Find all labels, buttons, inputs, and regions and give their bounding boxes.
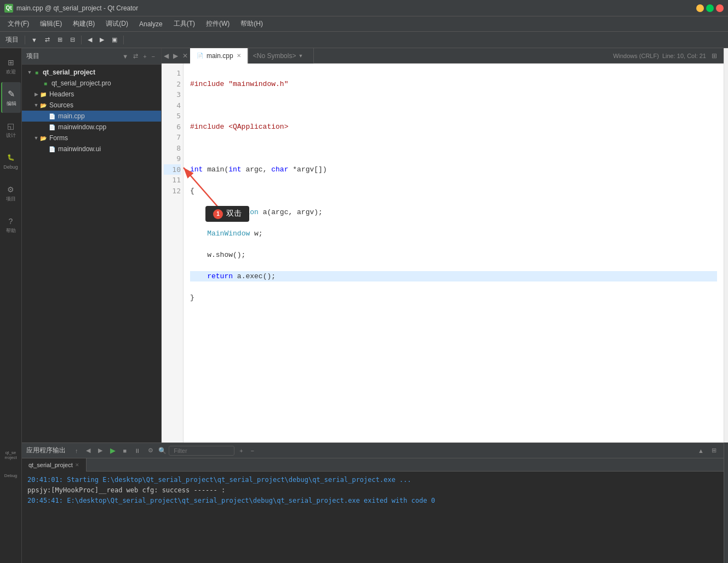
- tree-arrow-sources: ▼: [33, 102, 39, 108]
- debug-mode-label: Debug: [4, 473, 18, 478]
- bottom-right-scrollbar[interactable]: [724, 443, 728, 563]
- window-controls: [696, 4, 724, 12]
- code-line-9: w.show();: [190, 251, 245, 259]
- tab-close-btn[interactable]: ✕: [237, 48, 241, 64]
- toolbar-filter-btn[interactable]: ▼: [28, 36, 41, 44]
- line-num-8: 8: [164, 143, 181, 154]
- sidebar-item-project[interactable]: ⚙ 项目: [1, 177, 21, 208]
- bottom-settings-btn[interactable]: ⚙: [145, 446, 156, 455]
- sidebar-item-design[interactable]: ◱ 设计: [1, 114, 21, 145]
- panel-add-btn[interactable]: +: [141, 52, 148, 60]
- headers-folder-icon: 📁: [39, 90, 47, 98]
- panel-actions: ▼ ⇄ + −: [121, 52, 157, 60]
- right-scrollbar[interactable]: [724, 48, 728, 443]
- tree-item-mainwindow-ui[interactable]: ▶ 📄 mainwindow.ui: [22, 143, 161, 154]
- toolbar-collapse-btn[interactable]: ⊟: [67, 35, 78, 44]
- menu-tools[interactable]: 工具(T): [168, 17, 200, 31]
- tab-nav-back[interactable]: ◀: [162, 48, 171, 64]
- no-symbols-label: <No Symbols>: [253, 52, 296, 60]
- app-title: main.cpp @ qt_serial_project - Qt Creato…: [16, 4, 138, 12]
- close-button[interactable]: [716, 4, 724, 12]
- sidebar-item-debug[interactable]: 🐛 Debug: [1, 146, 21, 176]
- editor-tabs: ◀ ▶ ✕ 📄 main.cpp ✕ <No Symbols> ▼ Window…: [162, 48, 724, 64]
- panel-minus-btn[interactable]: −: [150, 52, 157, 60]
- tree-item-main-cpp[interactable]: ▶ 📄 main.cpp: [22, 111, 161, 122]
- toolbar-sep-3: [123, 36, 124, 44]
- tree-label-headers: Headers: [49, 90, 74, 98]
- tree-arrow-root: ▼: [26, 69, 33, 76]
- bottom-upload-btn[interactable]: ↑: [72, 446, 81, 455]
- output-line-1: 20:41:01: Starting E:\desktop\Qt_serial_…: [27, 475, 718, 485]
- menu-analyze[interactable]: Analyze: [134, 18, 168, 30]
- maximize-button[interactable]: [706, 4, 714, 12]
- bottom-nav-fwd[interactable]: ▶: [95, 446, 105, 455]
- code-line-7: QApplication a(argc, argv);: [190, 208, 323, 216]
- titlebar: Qt main.cpp @ qt_serial_project - Qt Cre…: [0, 0, 728, 16]
- bottom-tab-project[interactable]: qt_serial_project ✕: [22, 458, 87, 472]
- bottom-add-btn[interactable]: +: [237, 446, 245, 455]
- code-line-8: MainWindow w;: [190, 229, 263, 238]
- no-symbols-dropdown[interactable]: <No Symbols> ▼: [248, 48, 314, 64]
- sidebar-item-edit[interactable]: ✎ 编辑: [1, 82, 21, 113]
- debug-mode-display: Debug: [2, 467, 20, 484]
- code-area: ◀ ▶ ✕ 📄 main.cpp ✕ <No Symbols> ▼ Window…: [162, 48, 724, 443]
- file-panel-header: 项目 ▼ ⇄ + −: [22, 48, 161, 65]
- app-icon: Qt: [4, 4, 13, 13]
- filter-input[interactable]: [169, 446, 234, 456]
- mainwindow-cpp-icon: 📄: [48, 123, 56, 131]
- menu-debug[interactable]: 调试(D): [100, 17, 134, 31]
- toolbar-nav-snap[interactable]: ▣: [108, 35, 121, 44]
- forms-folder-icon: 📂: [39, 134, 47, 142]
- main-cpp-icon: 📄: [48, 112, 56, 120]
- toolbar-add-btn[interactable]: ⊞: [54, 35, 66, 44]
- bottom-minus-btn[interactable]: −: [248, 446, 257, 455]
- bottom-stop-btn[interactable]: ■: [121, 446, 130, 455]
- tab-nav-fwd[interactable]: ▶: [171, 48, 180, 64]
- tree-item-headers[interactable]: ▶ 📁 Headers: [22, 89, 161, 100]
- edit-icon: ✎: [6, 89, 17, 100]
- filter-icon: 🔍: [158, 447, 167, 455]
- tab-nav-close[interactable]: ✕: [180, 48, 190, 64]
- menu-help[interactable]: 帮助(H): [235, 17, 268, 31]
- bottom-tab-close[interactable]: ✕: [75, 462, 79, 468]
- debug-project-display: qt_serroject: [2, 447, 20, 464]
- menu-build[interactable]: 构建(B): [67, 17, 100, 31]
- tree-label-pro: qt_serial_project.pro: [51, 79, 111, 87]
- bottom-pause-btn[interactable]: ⏸: [131, 446, 143, 455]
- toolbar-sync-btn[interactable]: ⇄: [42, 35, 53, 44]
- menu-controls[interactable]: 控件(W): [200, 17, 235, 31]
- pro-file-icon: ■: [42, 79, 49, 87]
- bottom-left-debug-sidebar: qt_serroject Debug: [0, 443, 22, 563]
- toolbar-nav-fwd[interactable]: ▶: [96, 35, 107, 44]
- tree-item-mainwindow-cpp[interactable]: ▶ 📄 mainwindow.cpp: [22, 122, 161, 133]
- menu-file[interactable]: 文件(F): [2, 17, 35, 31]
- line-num-9: 9: [164, 153, 181, 164]
- menu-edit[interactable]: 编辑(E): [35, 17, 67, 31]
- sidebar-item-welcome[interactable]: ⊞ 欢迎: [1, 50, 21, 81]
- bottom-expand-btn[interactable]: ⊞: [709, 446, 719, 455]
- tree-label-mainwindow-cpp: mainwindow.cpp: [58, 123, 106, 131]
- tree-item-root[interactable]: ▼ ■ qt_serial_project: [22, 67, 161, 78]
- edit-label: 编辑: [7, 101, 16, 107]
- tab-panel-btn[interactable]: ⊞: [709, 48, 719, 64]
- bottom-collapse-btn[interactable]: ▲: [695, 446, 707, 455]
- tree-item-forms[interactable]: ▼ 📂 Forms: [22, 133, 161, 143]
- sidebar-item-help[interactable]: ? 帮助: [1, 209, 21, 240]
- code-line-11: }: [190, 294, 194, 302]
- bottom-nav-back[interactable]: ◀: [83, 446, 93, 455]
- minimize-button[interactable]: [696, 4, 704, 12]
- file-tree: ▼ ■ qt_serial_project ▶ ■ qt_serial_proj…: [22, 65, 161, 443]
- tab-label: main.cpp: [207, 52, 233, 60]
- project-icon: ⚙: [5, 184, 16, 195]
- tree-item-sources[interactable]: ▼ 📂 Sources: [22, 100, 161, 111]
- bottom-run-btn[interactable]: ▶: [107, 445, 118, 456]
- menubar: 文件(F) 编辑(E) 构建(B) 调试(D) Analyze 工具(T) 控件…: [0, 16, 728, 32]
- tab-main-cpp[interactable]: 📄 main.cpp ✕: [190, 48, 248, 64]
- tree-item-pro[interactable]: ▶ ■ qt_serial_project.pro: [22, 78, 161, 89]
- panel-link-btn[interactable]: ⇄: [131, 52, 140, 60]
- bottom-area: qt_serroject Debug 应用程序输出 ↑ ◀ ▶ ▶ ■ ⏸ ⚙ …: [0, 443, 728, 563]
- toolbar-nav-back[interactable]: ◀: [84, 35, 95, 44]
- code-editor[interactable]: 1 2 3 4 5 6 7 8 9 10 11 12 #include "mai…: [162, 64, 724, 443]
- panel-filter-btn[interactable]: ▼: [121, 52, 130, 60]
- code-content[interactable]: #include "mainwindow.h" #include <QAppli…: [184, 64, 724, 443]
